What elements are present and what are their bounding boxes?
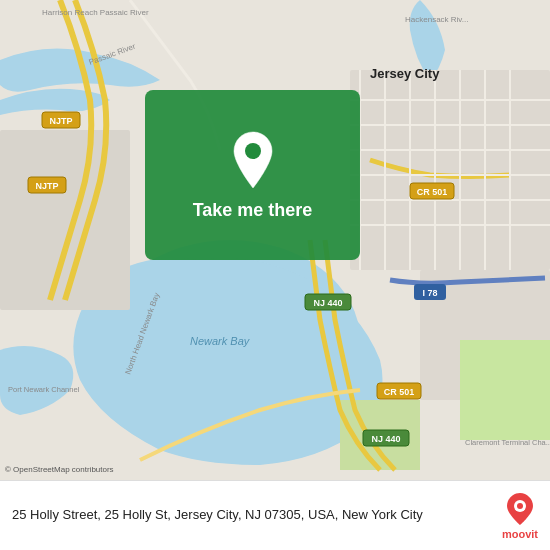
svg-rect-4 (0, 130, 130, 310)
svg-text:Harrison Reach Passaic River: Harrison Reach Passaic River (42, 8, 149, 17)
map-container: Jersey City Newark Bay Harrison Reach Pa… (0, 0, 550, 480)
svg-text:Jersey City: Jersey City (370, 66, 440, 81)
svg-text:NJTP: NJTP (35, 181, 58, 191)
take-me-there-button[interactable]: Take me there (145, 90, 360, 260)
info-bar: 25 Holly Street, 25 Holly St, Jersey Cit… (0, 480, 550, 550)
svg-text:NJ 440: NJ 440 (313, 298, 342, 308)
svg-point-43 (245, 143, 261, 159)
cta-label: Take me there (193, 200, 313, 221)
svg-text:NJTP: NJTP (49, 116, 72, 126)
moovit-pin-icon (506, 492, 534, 526)
location-pin-icon (228, 130, 278, 190)
moovit-logo: moovit (502, 492, 538, 540)
svg-text:© OpenStreetMap contributors: © OpenStreetMap contributors (5, 465, 114, 474)
svg-point-45 (517, 503, 523, 509)
moovit-brand-text: moovit (502, 528, 538, 540)
svg-text:Newark Bay: Newark Bay (190, 335, 251, 347)
svg-text:Claremont Terminal Cha...: Claremont Terminal Cha... (465, 438, 550, 447)
svg-text:Hackensack Riv...: Hackensack Riv... (405, 15, 468, 24)
svg-text:CR 501: CR 501 (384, 387, 415, 397)
svg-text:CR 501: CR 501 (417, 187, 448, 197)
address-text: 25 Holly Street, 25 Holly St, Jersey Cit… (12, 506, 492, 524)
svg-rect-5 (460, 340, 550, 440)
svg-text:NJ 440: NJ 440 (371, 434, 400, 444)
svg-text:Port Newark Channel: Port Newark Channel (8, 385, 80, 394)
svg-text:I 78: I 78 (422, 288, 437, 298)
